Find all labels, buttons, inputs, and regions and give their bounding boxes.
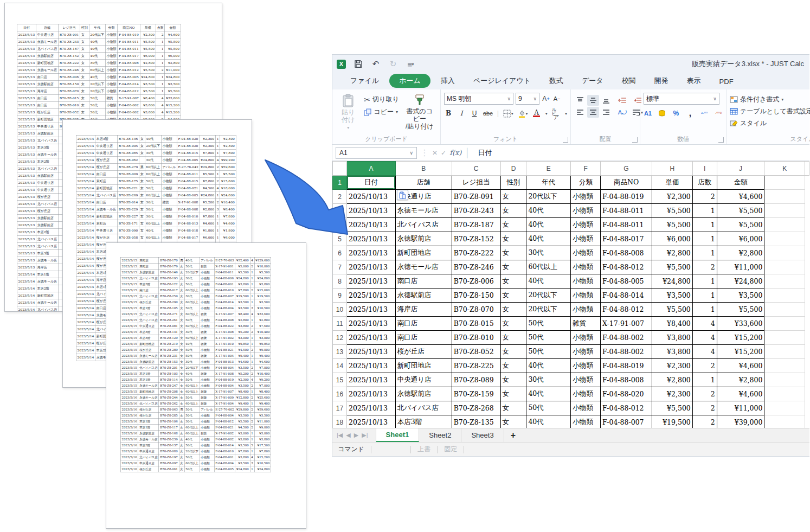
column-header-E[interactable]: E xyxy=(526,162,571,176)
cell-F13[interactable]: 小物類 xyxy=(571,345,601,359)
cell-D16[interactable]: 女 xyxy=(500,387,526,401)
cell-K13[interactable] xyxy=(764,345,805,359)
cell-F17[interactable]: 小物類 xyxy=(571,401,601,415)
redo-button[interactable]: ↻ xyxy=(388,59,398,69)
cell-H7[interactable]: ¥5,500 xyxy=(652,260,692,274)
cell-F16[interactable]: 小物類 xyxy=(571,387,601,401)
cell-A13[interactable]: 2025/10/13 xyxy=(346,345,395,359)
conditional-formatting-button[interactable]: 条件付き書式▾ xyxy=(730,95,810,104)
name-box[interactable]: A1∨ xyxy=(336,147,417,159)
strikethrough-button[interactable]: abc xyxy=(483,109,493,118)
cell-J6[interactable]: ¥2,800 xyxy=(717,246,764,260)
cell-A1[interactable]: 日付 xyxy=(346,176,395,190)
cell-B11[interactable]: 南口店 xyxy=(395,317,452,331)
increase-decimal-button[interactable]: ⁴·⁰⁰ xyxy=(700,109,709,118)
cell-H13[interactable]: ¥3,800 xyxy=(652,345,692,359)
cancel-entry-icon[interactable]: ✕ xyxy=(432,149,438,157)
cell-A10[interactable]: 2025/10/13 xyxy=(346,303,395,317)
ribbon-tab-数式[interactable]: 数式 xyxy=(541,74,571,89)
column-header-I[interactable]: I xyxy=(692,162,717,176)
cell-H6[interactable]: ¥2,800 xyxy=(652,246,692,260)
cell-C5[interactable]: B70-Z8-152 xyxy=(452,232,500,246)
cell-D6[interactable]: 女 xyxy=(500,246,526,260)
cell-D9[interactable]: 女 xyxy=(500,289,526,303)
cell-A18[interactable]: 2025/10/13 xyxy=(346,415,395,428)
cell-G3[interactable]: F-04-88-011 xyxy=(601,204,652,218)
row-header-3[interactable]: 3 xyxy=(333,204,347,218)
cell-G15[interactable]: F-04-88-008 xyxy=(601,373,652,387)
cell-C1[interactable]: レジ担当 xyxy=(452,176,500,190)
cell-F14[interactable]: 小物類 xyxy=(571,359,601,373)
cell-E8[interactable]: 40代 xyxy=(526,274,571,289)
cell-G8[interactable]: F-04-88-005 xyxy=(601,274,652,289)
row-header-18[interactable]: 18 xyxy=(333,415,347,428)
cell-D10[interactable]: 女 xyxy=(500,303,526,317)
cell-J4[interactable]: ¥5,500 xyxy=(717,218,764,232)
paste-options-button[interactable] xyxy=(397,190,408,200)
cell-H5[interactable]: ¥6,000 xyxy=(652,232,692,246)
column-header-B[interactable]: B xyxy=(395,162,452,176)
cell-J14[interactable]: ¥4,600 xyxy=(717,359,764,373)
sheet-nav-arrows[interactable]: |◀ ◀ ▶ ▶| xyxy=(337,428,376,442)
cell-G5[interactable]: F-04-88-017 xyxy=(601,232,652,246)
cell-E14[interactable]: 40代 xyxy=(526,359,571,373)
align-bottom-button[interactable] xyxy=(600,95,612,106)
cell-G1[interactable]: 商品NO xyxy=(601,176,652,190)
cell-A16[interactable]: 2025/10/13 xyxy=(346,387,395,401)
cell-A2[interactable]: 2025/10/13 xyxy=(346,190,395,204)
cell-E15[interactable]: 30代 xyxy=(526,373,571,387)
cell-C4[interactable]: B70-Z8-187 xyxy=(452,218,500,232)
cell-F9[interactable]: 小物類 xyxy=(571,289,601,303)
row-header-12[interactable]: 12 xyxy=(333,331,347,345)
cell-J11[interactable]: ¥33,600 xyxy=(717,317,764,331)
row-header-17[interactable]: 17 xyxy=(333,401,347,415)
column-header-F[interactable]: F xyxy=(571,162,601,176)
cell-I3[interactable]: 1 xyxy=(692,204,717,218)
cell-J3[interactable]: ¥5,500 xyxy=(717,204,764,218)
cell-G11[interactable]: X-17-91-007 xyxy=(601,317,652,331)
ruby-button[interactable]: ルビア xyxy=(552,109,561,118)
cell-J7[interactable]: ¥11,000 xyxy=(717,260,764,274)
cell-D14[interactable]: 女 xyxy=(500,359,526,373)
cell-I15[interactable]: 1 xyxy=(692,373,717,387)
cell-J15[interactable]: ¥2,800 xyxy=(717,373,764,387)
ribbon-tab-校閲[interactable]: 校閲 xyxy=(614,74,644,89)
cell-D4[interactable]: 女 xyxy=(500,218,526,232)
insert-function-icon[interactable]: f(x) xyxy=(449,149,461,157)
cell-E10[interactable]: 20代以下 xyxy=(526,303,571,317)
cell-H18[interactable]: ¥19,500 xyxy=(652,415,692,428)
cell-K14[interactable] xyxy=(764,359,805,373)
cell-F7[interactable]: 小物類 xyxy=(571,260,601,274)
cell-I11[interactable]: 4 xyxy=(692,317,717,331)
row-header-7[interactable]: 7 xyxy=(333,260,347,274)
cell-E5[interactable]: 40代 xyxy=(526,232,571,246)
cell-F12[interactable]: 小物類 xyxy=(571,331,601,345)
cell-A15[interactable]: 2025/10/13 xyxy=(346,373,395,387)
row-header-14[interactable]: 14 xyxy=(333,359,347,373)
cell-J10[interactable]: ¥5,500 xyxy=(717,303,764,317)
cell-G17[interactable]: F-04-88-012 xyxy=(601,401,652,415)
cell-F1[interactable]: 分類 xyxy=(571,176,601,190)
cell-I18[interactable]: 2 xyxy=(692,415,717,428)
cell-J18[interactable]: ¥39,000 xyxy=(717,415,764,428)
cell-A8[interactable]: 2025/10/13 xyxy=(346,274,395,289)
prev-sheet-icon[interactable]: ◀ xyxy=(346,432,350,439)
cell-I8[interactable]: 1 xyxy=(692,274,717,289)
cell-H4[interactable]: ¥5,500 xyxy=(652,218,692,232)
cut-button[interactable]: ✂切り取り xyxy=(364,95,398,104)
orientation-button[interactable]: A⤾ xyxy=(615,107,629,118)
row-header-9[interactable]: 9 xyxy=(333,289,347,303)
cell-F3[interactable]: 小物類 xyxy=(571,204,601,218)
cell-F15[interactable]: 小物類 xyxy=(571,373,601,387)
column-header-G[interactable]: G xyxy=(601,162,652,176)
cell-K6[interactable] xyxy=(764,246,805,260)
ribbon-tab-ページレイアウト[interactable]: ページレイアウト xyxy=(465,74,539,89)
cell-A11[interactable]: 2025/10/13 xyxy=(346,317,395,331)
font-dialog-launcher[interactable] xyxy=(563,137,568,143)
cell-D2[interactable]: 女 xyxy=(500,190,526,204)
cell-C15[interactable]: B70-Z8-089 xyxy=(452,373,500,387)
align-right-button[interactable] xyxy=(600,107,612,118)
cell-D11[interactable]: 女 xyxy=(500,317,526,331)
cell-K16[interactable] xyxy=(764,387,805,401)
font-name-combo[interactable]: MS 明朝∨ xyxy=(444,93,513,105)
